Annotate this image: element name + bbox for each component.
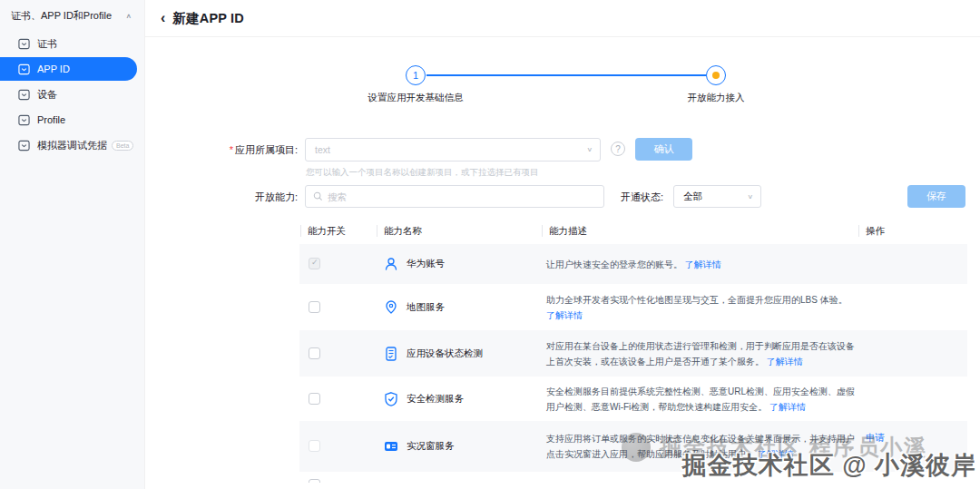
chevron-down-icon: ∨ xyxy=(586,146,593,153)
sidebar-item-label: 模拟器调试凭据 xyxy=(37,139,107,152)
status-select-value: 全部 xyxy=(683,191,702,203)
step-1-circle: 1 xyxy=(406,65,426,85)
map-pin-icon xyxy=(383,299,399,316)
sidebar-group-header[interactable]: 证书、APP ID和Profile ∧ xyxy=(0,0,144,30)
column-header-description: 能力描述 xyxy=(542,225,587,237)
learn-more-link[interactable]: 了解详情 xyxy=(546,310,583,320)
sidebar-item-app-id[interactable]: APP ID xyxy=(0,57,137,81)
capability-checkbox[interactable] xyxy=(309,347,320,359)
device-icon xyxy=(18,89,30,101)
column-header-name: 能力名称 xyxy=(377,225,422,237)
confirm-button[interactable]: 确认 xyxy=(635,138,692,161)
chevron-down-icon: ∨ xyxy=(747,193,753,200)
capability-description: 对应用在某台设备上的使用状态进行管理和检测，用于判断应用是否在该设备上首次安装，… xyxy=(546,338,858,369)
status-filter-label: 开通状态: xyxy=(621,191,663,204)
capability-name: 华为账号 xyxy=(407,258,445,270)
capability-checkbox[interactable] xyxy=(309,258,320,269)
step-2-circle xyxy=(706,65,726,85)
sidebar-item-label: 证书 xyxy=(37,37,57,51)
capability-checkbox[interactable] xyxy=(309,393,320,405)
project-select[interactable]: text ∨ xyxy=(305,138,601,161)
sidebar-item-label: APP ID xyxy=(37,64,70,74)
beta-badge: Beta xyxy=(112,141,133,151)
required-asterisk: * xyxy=(230,144,233,155)
table-row: 地图服务 助力全球开发者实现个性化地图呈现与交互，全面提升您应用的LBS 体验。… xyxy=(299,284,967,330)
project-select-value: text xyxy=(315,144,330,155)
capability-label: 开放能力: xyxy=(145,191,298,204)
learn-more-link[interactable]: 了解详情 xyxy=(769,402,806,412)
capability-description: 支持应用将订单或服务的实时状态信息变化在设备关键界面展示，并支持用户点击实况窗进… xyxy=(546,431,858,462)
capability-search[interactable] xyxy=(305,185,604,208)
learn-more-link[interactable]: 了解详情 xyxy=(767,357,803,367)
profile-icon xyxy=(18,114,30,126)
sidebar: 证书、APP ID和Profile ∧ 证书 APP ID 设备 Profile… xyxy=(0,0,145,489)
project-hint: 您可以输入一个项目名称以创建新项目，或下拉选择已有项目 xyxy=(306,167,539,179)
table-row: 华为账号 让用户快速安全的登录您的账号。 了解详情 xyxy=(299,244,967,284)
user-icon xyxy=(383,256,399,272)
column-header-switch: 能力开关 xyxy=(300,225,346,237)
learn-more-link[interactable]: 了解详情 xyxy=(685,259,721,269)
sidebar-item-label: Profile xyxy=(37,114,65,125)
save-button[interactable]: 保存 xyxy=(907,185,965,208)
table-header: 能力开关 能力名称 能力描述 操作 xyxy=(299,220,967,244)
stepper-connector xyxy=(426,74,706,76)
column-header-action: 操作 xyxy=(858,225,885,237)
sidebar-item-emulator-credentials[interactable]: 模拟器调试凭据 Beta xyxy=(0,133,137,157)
project-field-label: *应用所属项目: xyxy=(145,143,298,157)
table-row-partial xyxy=(299,472,967,483)
sidebar-item-device[interactable]: 设备 xyxy=(0,83,137,106)
table-row: 应用设备状态检测 对应用在某台设备上的使用状态进行管理和检测，用于判断应用是否在… xyxy=(299,330,967,377)
table-row: 安全检测服务 安全检测服务目前提供系统完整性检测、恶意URL检测、应用安全检测、… xyxy=(299,377,967,421)
apply-link[interactable]: 申请 xyxy=(866,432,885,445)
search-input[interactable] xyxy=(328,191,596,202)
app-id-icon xyxy=(18,64,30,75)
sidebar-item-label: 设备 xyxy=(37,88,57,102)
topbar: ‹ 新建APP ID xyxy=(145,0,980,37)
capability-description: 助力全球开发者实现个性化地图呈现与交互，全面提升您应用的LBS 体验。 了解详情 xyxy=(546,292,858,323)
capability-name: 地图服务 xyxy=(407,301,445,314)
step-1-number: 1 xyxy=(413,70,418,81)
capability-checkbox[interactable] xyxy=(309,479,320,483)
sidebar-group-title: 证书、APP ID和Profile xyxy=(11,9,112,23)
live-window-icon xyxy=(383,438,399,455)
main-content: 1 设置应用开发基础信息 开放能力接入 *应用所属项目: text ∨ ? 确认… xyxy=(145,37,980,489)
step-1-label: 设置应用开发基础信息 xyxy=(352,92,479,104)
step-2-label: 开放能力接入 xyxy=(652,92,779,104)
table-row: 实况窗服务 支持应用将订单或服务的实时状态信息变化在设备关键界面展示，并支持用户… xyxy=(299,421,967,472)
help-icon[interactable]: ? xyxy=(611,142,625,156)
step-2-current-dot xyxy=(712,72,720,79)
learn-more-link[interactable]: 了解详情 xyxy=(758,449,794,459)
sidebar-item-profile[interactable]: Profile xyxy=(0,108,137,132)
capability-name: 安全检测服务 xyxy=(407,393,464,406)
capability-table: 能力开关 能力名称 能力描述 操作 华为账号 让用户快速安全的登录您的账号。 了… xyxy=(299,220,967,483)
credentials-icon xyxy=(18,140,30,152)
shield-check-icon xyxy=(383,391,399,407)
capability-name: 应用设备状态检测 xyxy=(407,347,483,360)
certificate-icon xyxy=(18,38,30,50)
capability-name: 实况窗服务 xyxy=(407,440,455,453)
capability-checkbox[interactable] xyxy=(309,301,320,313)
capability-description: 安全检测服务目前提供系统完整性检测、恶意URL检测、应用安全检测、虚假用户检测、… xyxy=(546,384,858,415)
app-window: 证书、APP ID和Profile ∧ 证书 APP ID 设备 Profile… xyxy=(0,0,980,489)
sidebar-item-certificate[interactable]: 证书 xyxy=(0,32,137,55)
back-icon[interactable]: ‹ xyxy=(161,11,165,25)
device-status-icon xyxy=(383,346,399,362)
page-title: 新建APP ID xyxy=(172,10,244,27)
capability-checkbox[interactable] xyxy=(309,440,320,452)
capability-description: 让用户快速安全的登录您的账号。 了解详情 xyxy=(546,257,858,272)
chevron-up-icon[interactable]: ∧ xyxy=(125,13,132,20)
search-icon xyxy=(313,191,323,201)
status-select[interactable]: 全部 ∨ xyxy=(673,185,761,208)
